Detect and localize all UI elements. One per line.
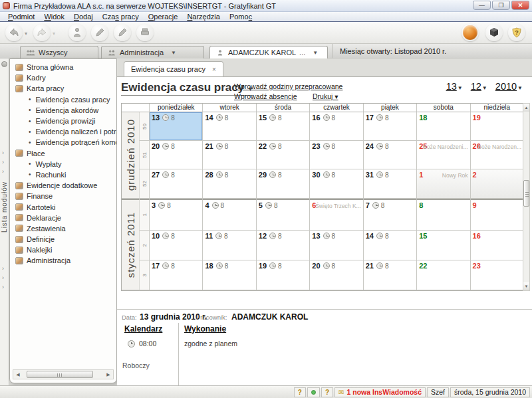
sidebar-item-kadry[interactable]: Kadry xyxy=(10,72,116,83)
scroll-right-icon[interactable]: ▶ xyxy=(104,370,113,379)
calendar-day-cell[interactable]: 8 xyxy=(416,199,469,231)
calendar-day-cell[interactable]: 23 xyxy=(470,260,523,290)
calendar-day-cell[interactable]: 18 xyxy=(416,112,469,141)
employee-tool-button[interactable] xyxy=(68,24,86,41)
calendar-day-cell[interactable]: 128 xyxy=(256,231,309,260)
nav-forward-caret-icon[interactable]: ▾ xyxy=(53,31,55,37)
calendar-day-cell[interactable]: 148 xyxy=(363,231,416,260)
sidebar-item-karta-pracy[interactable]: Karta pracy xyxy=(10,83,116,94)
calendar-day-cell[interactable]: 16 xyxy=(470,231,523,260)
messages-status[interactable]: ✉ 1 nowa InsWiadomość xyxy=(334,387,426,397)
calendar-day-cell[interactable]: 188 xyxy=(202,260,255,290)
calendar-day-cell[interactable]: 6Święto Trzech K... xyxy=(309,199,362,231)
help-button[interactable]: ? xyxy=(508,24,525,41)
chevron-down-icon[interactable]: ▼ xyxy=(313,50,318,56)
execution-column-header[interactable]: Wykonanie xyxy=(184,324,226,334)
nav-back-button[interactable] xyxy=(5,24,23,41)
sidebar-item-zestawienia[interactable]: Zestawienia xyxy=(10,223,116,234)
nav-forward-button[interactable] xyxy=(33,24,51,41)
help-status-button[interactable]: ? xyxy=(294,387,306,397)
close-button[interactable]: ✕ xyxy=(511,1,529,10)
sidebar-item-ewidencja-akordów[interactable]: Ewidencja akordów xyxy=(10,105,116,116)
calendar-day-cell[interactable]: 218 xyxy=(202,141,255,169)
enter-absence-link[interactable]: Wprowadź absencje xyxy=(234,92,297,100)
tab-ellipsis[interactable]: ... xyxy=(299,49,305,56)
calendar-day-cell[interactable]: 48 xyxy=(202,199,255,231)
scrollbar-thumb[interactable] xyxy=(27,371,93,378)
edit-hours-button[interactable] xyxy=(91,24,108,41)
sidebar-item-wypłaty[interactable]: Wypłaty xyxy=(10,159,116,169)
sidebar-item-ewidencja-prowizji[interactable]: Ewidencja prowizji xyxy=(10,116,116,126)
calendar-vertical-scrollbar[interactable]: ▲ ▼ xyxy=(523,103,530,291)
calendar-day-cell[interactable]: 178 xyxy=(363,112,416,141)
tab-employee-adamczuk[interactable]: ADAMCZUK KAROL ... ▼ xyxy=(209,46,328,58)
sidebar-item-ewidencje-dodatkowe[interactable]: Ewidencje dodatkowe xyxy=(10,180,116,191)
sidebar-item-kartoteki[interactable]: Kartoteki xyxy=(10,201,116,212)
print-link[interactable]: Drukuj ▾ xyxy=(313,92,338,100)
scrollbar-thumb[interactable] xyxy=(523,180,529,207)
tree-horizontal-scrollbar[interactable]: ◀ ▶ xyxy=(13,369,114,379)
tab-all-employees[interactable]: Wszyscy xyxy=(20,46,98,58)
calendar-day-cell[interactable]: 2 xyxy=(470,169,523,199)
calendar-day-cell[interactable]: 148 xyxy=(202,112,255,141)
calendar-day-cell[interactable]: 38 xyxy=(149,199,202,231)
modules-button[interactable] xyxy=(485,24,503,41)
calendar-day-cell[interactable]: 9 xyxy=(470,199,523,231)
document-tab-ewidencja[interactable]: Ewidencja czasu pracy × xyxy=(124,61,223,76)
calendar-day-cell[interactable]: 1Nowy Rok xyxy=(416,169,469,199)
sidebar-item-finanse[interactable]: Finanse xyxy=(10,191,116,201)
restore-button[interactable]: ❐ xyxy=(492,1,510,10)
tab-administracja[interactable]: Administracja ▼ xyxy=(101,46,204,58)
sidebar-item-ewidencja-potrąceń-komorni[interactable]: Ewidencja potrąceń komorni xyxy=(10,137,116,148)
menu-item-operacje[interactable]: Operacje xyxy=(144,13,183,21)
sidebar-item-deklaracje[interactable]: Deklaracje xyxy=(10,213,116,223)
year-select[interactable]: 2010 xyxy=(495,81,517,92)
sidebar-item-rachunki[interactable]: Rachunki xyxy=(10,169,116,180)
calendar-day-cell[interactable]: 208 xyxy=(149,141,202,169)
calendar-day-cell[interactable]: 26Boże Narodzen... xyxy=(470,141,523,169)
edit-absence-button[interactable] xyxy=(114,24,131,41)
calendar-day-cell[interactable]: 308 xyxy=(309,169,362,199)
scroll-up-icon[interactable]: ▲ xyxy=(523,104,529,112)
calendar-column-header[interactable]: Kalendarz xyxy=(124,324,162,334)
chevron-down-icon[interactable]: ▼ xyxy=(482,85,487,91)
calendar-day-cell[interactable]: 318 xyxy=(363,169,416,199)
sidebar-item-strona-główna[interactable]: Strona główna xyxy=(10,62,116,72)
chevron-down-icon[interactable]: ▼ xyxy=(171,50,176,56)
nav-back-caret-icon[interactable]: ▾ xyxy=(25,31,27,37)
menu-item-narzędzia[interactable]: Narzędzia xyxy=(182,13,225,21)
help-status-button-2[interactable]: ? xyxy=(321,387,333,397)
menu-item-czas-pracy[interactable]: Czas pracy xyxy=(98,13,144,21)
calendar-day-cell[interactable]: 248 xyxy=(363,141,416,169)
calendar-day-cell[interactable]: 288 xyxy=(202,169,255,199)
calendar-day-cell[interactable]: 198 xyxy=(256,260,309,290)
sidebar-item-ewidencja-naliczeń-i-potrąceń[interactable]: Ewidencja naliczeń i potrąceń xyxy=(10,126,116,137)
print-tool-button[interactable] xyxy=(136,24,154,41)
calendar-day-cell[interactable]: 138 xyxy=(149,112,202,141)
menu-item-podmiot[interactable]: Podmiot xyxy=(3,13,39,21)
calendar-day-cell[interactable]: 25Boże Narodzeni... xyxy=(416,141,469,169)
calendar-day-cell[interactable]: 238 xyxy=(309,141,362,169)
calendar-day-cell[interactable]: 208 xyxy=(309,260,362,290)
sidebar-item-ewidencja-czasu-pracy[interactable]: Ewidencja czasu pracy xyxy=(10,94,116,105)
close-tab-icon[interactable]: × xyxy=(212,66,216,73)
calendar-day-cell[interactable]: 168 xyxy=(309,112,362,141)
pin-icon[interactable] xyxy=(1,61,7,67)
sidebar-item-definicje[interactable]: Definicje xyxy=(10,234,116,245)
calendar-day-cell[interactable]: 158 xyxy=(256,112,309,141)
menu-item-dodaj[interactable]: Dodaj xyxy=(69,13,98,21)
calendar-day-cell[interactable]: 228 xyxy=(256,141,309,169)
menu-item-pomoc[interactable]: Pomoc xyxy=(225,13,257,21)
scroll-down-icon[interactable]: ▼ xyxy=(523,282,529,290)
calendar-day-cell[interactable]: 15 xyxy=(416,231,469,260)
sidebar-item-płace[interactable]: Płace xyxy=(10,148,116,159)
calendar-day-cell[interactable]: 78 xyxy=(363,199,416,231)
calendar-day-cell[interactable]: 278 xyxy=(149,169,202,199)
enter-hours-link[interactable]: Wprowadź godziny przepracowane xyxy=(234,82,342,90)
month-select[interactable]: 12 xyxy=(471,81,481,92)
sidebar-item-administracja[interactable]: Administracja xyxy=(10,255,116,266)
calendar-day-cell[interactable]: 108 xyxy=(149,231,202,260)
calendar-day-cell[interactable]: 58 xyxy=(256,199,309,231)
calendar-day-cell[interactable]: 218 xyxy=(363,260,416,290)
day-select[interactable]: 13 xyxy=(446,81,457,92)
